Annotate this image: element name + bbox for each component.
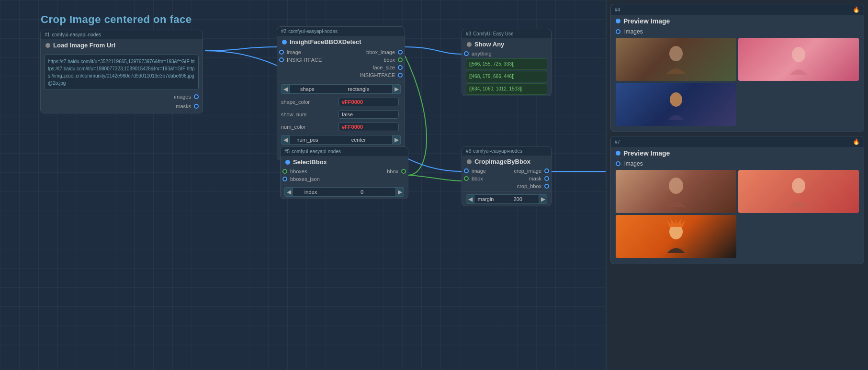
preview4-header: #4 🔥 xyxy=(611,4,864,15)
node2-input-image[interactable] xyxy=(279,50,284,55)
node1-body: https://t7.baidu.com/it/u=3522119665,139… xyxy=(41,51,203,113)
node6-output-crop-image[interactable] xyxy=(544,168,549,173)
node6-title: CropImageByBbox xyxy=(462,156,551,167)
node2-shape-color[interactable]: #FF0000 xyxy=(338,98,399,106)
node1-plugin: comfyui-easyapi-nodes xyxy=(52,32,101,37)
node1-connector-masks[interactable] xyxy=(194,104,199,109)
canvas-area: Crop Image centered on face #1 comfyui-e… xyxy=(0,0,606,370)
node2-shape-right[interactable]: ▶ xyxy=(392,84,401,94)
node5-output-bbox[interactable] xyxy=(401,169,406,174)
svg-point-1 xyxy=(792,47,805,62)
preview7-dot xyxy=(616,151,620,156)
preview7-img-2[interactable] xyxy=(738,170,859,213)
node2-numpos-right[interactable]: ▶ xyxy=(392,135,401,145)
preview4-badge-number: #4 xyxy=(615,7,620,12)
node2-header: #2 comfyui-easyapi-nodes xyxy=(277,27,405,36)
preview4-dot xyxy=(616,19,620,23)
preview7-img-1[interactable] xyxy=(616,170,736,213)
preview7-img-3[interactable] xyxy=(616,215,736,258)
preview7-header: #7 🔥 xyxy=(611,136,864,147)
node2-input-insightface[interactable] xyxy=(279,57,284,62)
node1-dot xyxy=(45,43,50,48)
node5-title: SelectBbox xyxy=(281,156,408,168)
node3-title: Show Any xyxy=(462,38,551,50)
preview7-input-images[interactable] xyxy=(616,161,620,166)
preview4-img-empty xyxy=(738,83,859,126)
page-title: Crop Image centered on face xyxy=(41,13,192,26)
preview4-fire-icon: 🔥 xyxy=(853,6,860,13)
preview4-title-row: Preview Image xyxy=(611,15,864,27)
node3-dot xyxy=(467,42,472,47)
node6-margin-right[interactable]: ▶ xyxy=(539,194,547,204)
right-panel: #4 🔥 Preview Image images xyxy=(606,0,868,370)
node2-numpos-stepper[interactable]: ◀ num_pos center ▶ xyxy=(281,135,401,145)
node2-output-insightface[interactable] xyxy=(398,73,403,78)
node2-dot xyxy=(282,40,287,45)
node6-plugin: comfyui-easyapi-nodes xyxy=(473,148,522,154)
node6-output-mask[interactable] xyxy=(544,176,549,181)
preview7-node: #7 🔥 Preview Image images xyxy=(610,136,864,264)
node-select-bbox: #5 comfyui-easyapi-nodes SelectBbox bbox… xyxy=(280,146,408,199)
node3-badge: #3 xyxy=(466,31,471,36)
node1-urls: https://t7.baidu.com/it/u=3522119665,139… xyxy=(45,55,199,90)
preview4-images-label: images xyxy=(624,28,643,35)
node-crop-image: #6 comfyui-easyapi-nodes CropImageByBbox… xyxy=(462,146,552,206)
node5-input-bboxes[interactable] xyxy=(282,169,287,174)
node6-output-crop-bbox[interactable] xyxy=(544,184,549,189)
node5-input-bboxes-json[interactable] xyxy=(282,177,287,181)
node1-badge: #1 xyxy=(45,32,50,37)
node5-header: #5 comfyui-easyapi-nodes xyxy=(281,147,408,156)
node6-margin-left[interactable]: ◀ xyxy=(466,194,474,204)
preview7-title-row: Preview Image xyxy=(611,147,864,159)
svg-point-0 xyxy=(669,46,683,61)
node2-plugin: comfyui-easyapi-nodes xyxy=(288,29,338,34)
preview4-title: Preview Image xyxy=(623,17,670,25)
node5-plugin: comfyui-easyapi-nodes xyxy=(292,149,341,154)
node3-input-anything[interactable] xyxy=(464,51,469,56)
node3-bbox2: [[468, 179, 666, 446]] xyxy=(466,71,547,82)
node1-connector-images[interactable] xyxy=(194,94,199,99)
preview4-img-2[interactable] xyxy=(738,38,859,81)
node2-badge: #2 xyxy=(281,29,286,34)
node3-header: #3 ComfyUI Easy Use xyxy=(462,29,551,38)
node-load-image: #1 comfyui-easyapi-nodes Load Image From… xyxy=(40,30,203,113)
svg-point-4 xyxy=(792,178,805,193)
preview7-fire-icon: 🔥 xyxy=(853,138,860,145)
node6-input-image[interactable] xyxy=(464,168,469,173)
preview7-badge-number: #7 xyxy=(615,139,620,145)
node3-plugin: ComfyUI Easy Use xyxy=(473,31,513,36)
node2-title: InsightFaceBBOXDetect xyxy=(277,36,405,47)
node3-bbox3: [[634, 1060, 1012, 1503]] xyxy=(466,83,547,95)
preview4-node: #4 🔥 Preview Image images xyxy=(610,4,864,132)
node2-show-num[interactable]: false xyxy=(338,110,399,119)
node5-index-left[interactable]: ◀ xyxy=(284,187,293,197)
node-insightface: #2 comfyui-easyapi-nodes InsightFaceBBOX… xyxy=(277,26,405,160)
svg-point-2 xyxy=(670,92,682,107)
node2-output-facesize[interactable] xyxy=(398,65,403,70)
node6-margin-stepper[interactable]: ◀ margin 200 ▶ xyxy=(466,194,547,204)
node2-shape-stepper[interactable]: ◀ shape rectangle ▶ xyxy=(281,84,401,94)
node-show-any: #3 ComfyUI Easy Use Show Any anything [[… xyxy=(462,29,552,96)
node6-badge: #6 xyxy=(466,148,471,154)
preview4-input-images[interactable] xyxy=(616,29,620,34)
node1-header: #1 comfyui-easyapi-nodes xyxy=(41,30,203,39)
node5-dot xyxy=(285,160,290,165)
preview7-images-grid xyxy=(611,168,864,260)
node2-numpos-left[interactable]: ◀ xyxy=(281,135,290,145)
node2-output-bbox[interactable] xyxy=(398,57,403,62)
preview4-images-grid xyxy=(611,36,864,128)
node1-output-images: images xyxy=(174,93,199,101)
preview4-img-1[interactable] xyxy=(616,38,736,81)
node5-index-stepper[interactable]: ◀ index 0 ▶ xyxy=(284,187,404,197)
node2-num-color[interactable]: #FF0000 xyxy=(338,123,399,131)
node6-header: #6 comfyui-easyapi-nodes xyxy=(462,146,551,156)
preview4-img-3[interactable] xyxy=(616,83,736,126)
node2-output-bbox-image[interactable] xyxy=(398,50,403,55)
node6-input-bbox[interactable] xyxy=(464,176,469,181)
preview7-images-label: images xyxy=(624,160,643,167)
node1-output-masks: masks xyxy=(176,102,199,110)
node5-index-right[interactable]: ▶ xyxy=(395,187,404,197)
node2-shape-left[interactable]: ◀ xyxy=(281,84,290,94)
node5-badge: #5 xyxy=(284,149,290,154)
svg-point-3 xyxy=(669,178,683,194)
